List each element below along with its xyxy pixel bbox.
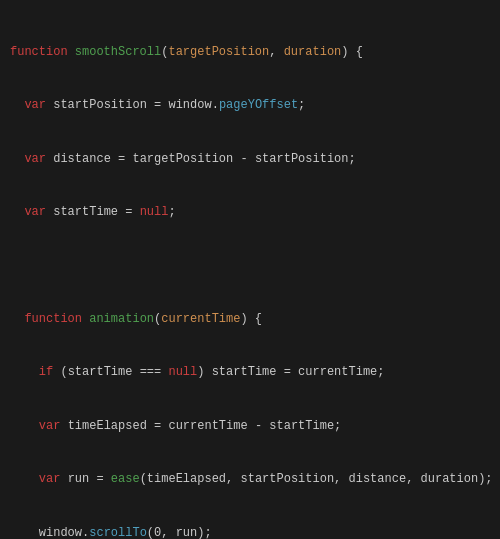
code-line-3: var distance = targetPosition - startPos… [10, 151, 490, 168]
code-line-5 [10, 258, 490, 275]
code-line-2: var startPosition = window.pageYOffset; [10, 97, 490, 114]
code-line-6: function animation(currentTime) { [10, 311, 490, 328]
code-line-4: var startTime = null; [10, 204, 490, 221]
code-line-9: var run = ease(timeElapsed, startPositio… [10, 471, 490, 488]
code-editor[interactable]: function smoothScroll(targetPosition, du… [0, 0, 500, 539]
code-line-1: function smoothScroll(targetPosition, du… [10, 44, 490, 61]
code-line-7: if (startTime === null) startTime = curr… [10, 364, 490, 381]
code-line-10: window.scrollTo(0, run); [10, 525, 490, 539]
code-line-8: var timeElapsed = currentTime - startTim… [10, 418, 490, 435]
